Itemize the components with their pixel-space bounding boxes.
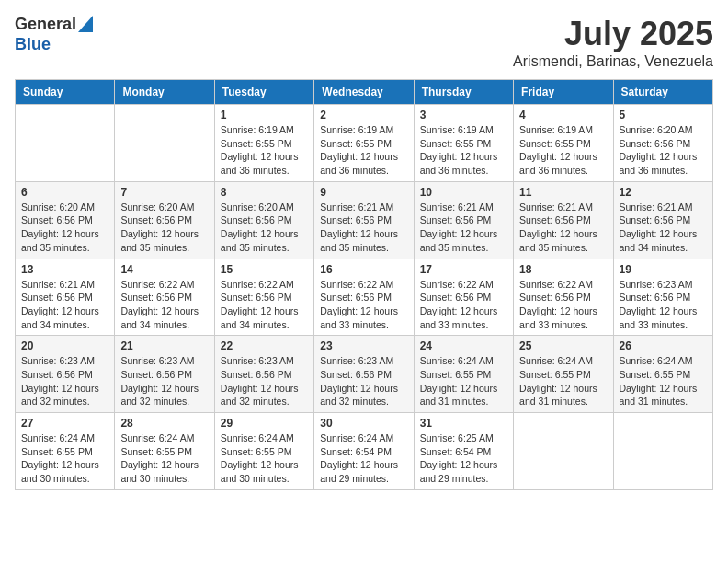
- logo: General Blue: [15, 15, 93, 54]
- day-number: 3: [420, 109, 507, 121]
- day-number: 1: [221, 109, 308, 121]
- weekday-header-wednesday: Wednesday: [314, 80, 414, 105]
- day-info: Sunrise: 6:24 AM Sunset: 6:55 PM Dayligh…: [21, 431, 108, 486]
- day-number: 15: [221, 263, 308, 276]
- day-number: 22: [221, 339, 308, 352]
- day-info: Sunrise: 6:24 AM Sunset: 6:55 PM Dayligh…: [221, 431, 308, 486]
- day-info: Sunrise: 6:23 AM Sunset: 6:56 PM Dayligh…: [320, 354, 407, 408]
- calendar-cell: 23Sunrise: 6:23 AM Sunset: 6:56 PM Dayli…: [314, 336, 414, 413]
- calendar-cell: [16, 105, 115, 182]
- logo-general-text: General: [15, 15, 76, 35]
- weekday-header-tuesday: Tuesday: [214, 80, 313, 105]
- day-number: 5: [620, 109, 707, 121]
- day-info: Sunrise: 6:22 AM Sunset: 6:56 PM Dayligh…: [420, 278, 507, 332]
- day-info: Sunrise: 6:22 AM Sunset: 6:56 PM Dayligh…: [120, 278, 208, 332]
- day-info: Sunrise: 6:24 AM Sunset: 6:55 PM Dayligh…: [519, 354, 607, 408]
- day-number: 11: [519, 186, 607, 199]
- weekday-header-friday: Friday: [514, 80, 613, 105]
- day-number: 23: [320, 339, 407, 352]
- day-info: Sunrise: 6:23 AM Sunset: 6:56 PM Dayligh…: [620, 278, 707, 332]
- logo-blue-text: Blue: [15, 35, 51, 55]
- day-number: 29: [221, 417, 308, 430]
- day-number: 17: [420, 263, 507, 276]
- calendar-cell: 10Sunrise: 6:21 AM Sunset: 6:56 PM Dayli…: [414, 181, 513, 259]
- day-info: Sunrise: 6:23 AM Sunset: 6:56 PM Dayligh…: [120, 354, 208, 408]
- day-info: Sunrise: 6:22 AM Sunset: 6:56 PM Dayligh…: [519, 278, 607, 332]
- day-number: 28: [120, 417, 208, 430]
- day-info: Sunrise: 6:20 AM Sunset: 6:56 PM Dayligh…: [620, 123, 707, 178]
- calendar-table: SundayMondayTuesdayWednesdayThursdayFrid…: [15, 79, 713, 490]
- day-number: 4: [519, 109, 607, 121]
- title-block: July 2025 Arismendi, Barinas, Venezuela: [513, 15, 713, 70]
- day-info: Sunrise: 6:23 AM Sunset: 6:56 PM Dayligh…: [21, 354, 108, 408]
- calendar-cell: 20Sunrise: 6:23 AM Sunset: 6:56 PM Dayli…: [16, 336, 115, 413]
- calendar-cell: 25Sunrise: 6:24 AM Sunset: 6:55 PM Dayli…: [514, 336, 613, 413]
- calendar-cell: 28Sunrise: 6:24 AM Sunset: 6:55 PM Dayli…: [115, 413, 214, 490]
- calendar-cell: 26Sunrise: 6:24 AM Sunset: 6:55 PM Dayli…: [613, 336, 712, 413]
- day-number: 8: [221, 186, 308, 199]
- day-info: Sunrise: 6:24 AM Sunset: 6:55 PM Dayligh…: [120, 431, 208, 486]
- calendar-cell: 7Sunrise: 6:20 AM Sunset: 6:56 PM Daylig…: [115, 181, 214, 259]
- calendar-cell: 31Sunrise: 6:25 AM Sunset: 6:54 PM Dayli…: [414, 413, 513, 490]
- calendar-cell: 17Sunrise: 6:22 AM Sunset: 6:56 PM Dayli…: [414, 259, 513, 336]
- day-number: 12: [620, 186, 707, 199]
- day-number: 19: [620, 263, 707, 276]
- calendar-week-row: 27Sunrise: 6:24 AM Sunset: 6:55 PM Dayli…: [16, 413, 713, 490]
- day-info: Sunrise: 6:20 AM Sunset: 6:56 PM Dayligh…: [120, 201, 208, 255]
- calendar-cell: 2Sunrise: 6:19 AM Sunset: 6:55 PM Daylig…: [314, 105, 414, 182]
- calendar-cell: 4Sunrise: 6:19 AM Sunset: 6:55 PM Daylig…: [514, 105, 613, 182]
- calendar-cell: 5Sunrise: 6:20 AM Sunset: 6:56 PM Daylig…: [613, 105, 712, 182]
- calendar-cell: 30Sunrise: 6:24 AM Sunset: 6:54 PM Dayli…: [314, 413, 414, 490]
- day-number: 6: [21, 186, 108, 199]
- day-info: Sunrise: 6:24 AM Sunset: 6:54 PM Dayligh…: [320, 431, 407, 486]
- calendar-week-row: 20Sunrise: 6:23 AM Sunset: 6:56 PM Dayli…: [16, 336, 713, 413]
- calendar-cell: [514, 413, 613, 490]
- weekday-header-monday: Monday: [115, 80, 214, 105]
- logo-arrow-icon: [78, 16, 93, 32]
- day-info: Sunrise: 6:19 AM Sunset: 6:55 PM Dayligh…: [519, 123, 607, 178]
- day-info: Sunrise: 6:21 AM Sunset: 6:56 PM Dayligh…: [21, 278, 108, 332]
- calendar-cell: 19Sunrise: 6:23 AM Sunset: 6:56 PM Dayli…: [613, 259, 712, 336]
- day-number: 16: [320, 263, 407, 276]
- day-number: 30: [320, 417, 407, 430]
- day-info: Sunrise: 6:21 AM Sunset: 6:56 PM Dayligh…: [519, 201, 607, 255]
- calendar-cell: 24Sunrise: 6:24 AM Sunset: 6:55 PM Dayli…: [414, 336, 513, 413]
- day-number: 26: [620, 339, 707, 352]
- day-info: Sunrise: 6:24 AM Sunset: 6:55 PM Dayligh…: [620, 354, 707, 408]
- calendar-cell: 29Sunrise: 6:24 AM Sunset: 6:55 PM Dayli…: [214, 413, 313, 490]
- calendar-cell: 6Sunrise: 6:20 AM Sunset: 6:56 PM Daylig…: [16, 181, 115, 259]
- day-info: Sunrise: 6:21 AM Sunset: 6:56 PM Dayligh…: [320, 201, 407, 255]
- calendar-cell: 11Sunrise: 6:21 AM Sunset: 6:56 PM Dayli…: [514, 181, 613, 259]
- day-info: Sunrise: 6:25 AM Sunset: 6:54 PM Dayligh…: [420, 431, 507, 486]
- day-number: 20: [21, 339, 108, 352]
- calendar-cell: 18Sunrise: 6:22 AM Sunset: 6:56 PM Dayli…: [514, 259, 613, 336]
- day-info: Sunrise: 6:20 AM Sunset: 6:56 PM Dayligh…: [21, 201, 108, 255]
- calendar-cell: [115, 105, 214, 182]
- calendar-cell: 13Sunrise: 6:21 AM Sunset: 6:56 PM Dayli…: [16, 259, 115, 336]
- calendar-cell: 27Sunrise: 6:24 AM Sunset: 6:55 PM Dayli…: [16, 413, 115, 490]
- calendar-cell: 21Sunrise: 6:23 AM Sunset: 6:56 PM Dayli…: [115, 336, 214, 413]
- weekday-header-saturday: Saturday: [613, 80, 712, 105]
- calendar-cell: 3Sunrise: 6:19 AM Sunset: 6:55 PM Daylig…: [414, 105, 513, 182]
- day-number: 14: [120, 263, 208, 276]
- day-number: 25: [519, 339, 607, 352]
- day-info: Sunrise: 6:22 AM Sunset: 6:56 PM Dayligh…: [320, 278, 407, 332]
- day-info: Sunrise: 6:23 AM Sunset: 6:56 PM Dayligh…: [221, 354, 308, 408]
- location-text: Arismendi, Barinas, Venezuela: [513, 53, 713, 70]
- day-number: 31: [420, 417, 507, 430]
- calendar-cell: 9Sunrise: 6:21 AM Sunset: 6:56 PM Daylig…: [314, 181, 414, 259]
- day-info: Sunrise: 6:21 AM Sunset: 6:56 PM Dayligh…: [420, 201, 507, 255]
- calendar-cell: 12Sunrise: 6:21 AM Sunset: 6:56 PM Dayli…: [613, 181, 712, 259]
- calendar-cell: 15Sunrise: 6:22 AM Sunset: 6:56 PM Dayli…: [214, 259, 313, 336]
- calendar-week-row: 6Sunrise: 6:20 AM Sunset: 6:56 PM Daylig…: [16, 181, 713, 259]
- day-number: 9: [320, 186, 407, 199]
- weekday-header-sunday: Sunday: [16, 80, 115, 105]
- weekday-header-row: SundayMondayTuesdayWednesdayThursdayFrid…: [16, 80, 713, 105]
- day-info: Sunrise: 6:24 AM Sunset: 6:55 PM Dayligh…: [420, 354, 507, 408]
- month-year-title: July 2025: [513, 15, 713, 53]
- day-number: 24: [420, 339, 507, 352]
- day-info: Sunrise: 6:22 AM Sunset: 6:56 PM Dayligh…: [221, 278, 308, 332]
- day-info: Sunrise: 6:20 AM Sunset: 6:56 PM Dayligh…: [221, 201, 308, 255]
- day-info: Sunrise: 6:19 AM Sunset: 6:55 PM Dayligh…: [221, 123, 308, 178]
- svg-marker-0: [78, 16, 93, 32]
